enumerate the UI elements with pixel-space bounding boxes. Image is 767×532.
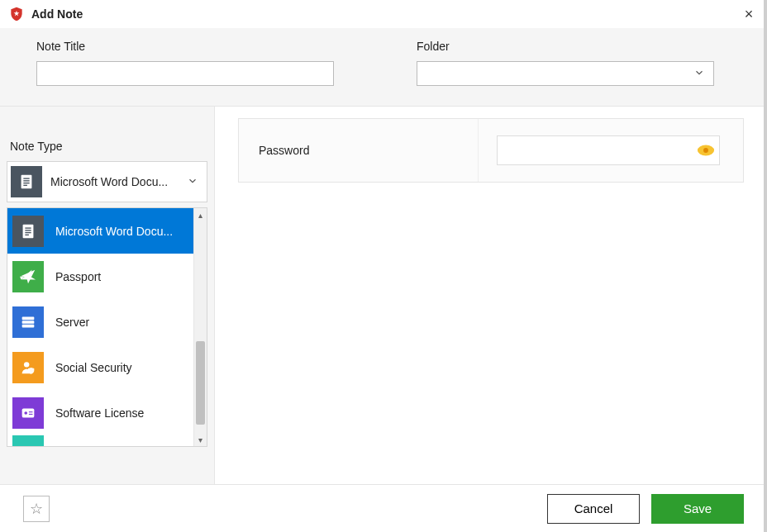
server-icon: [12, 306, 44, 338]
folder-field: Folder: [417, 40, 714, 86]
peek-icon: [12, 435, 44, 446]
document-icon: [12, 216, 44, 247]
chevron-down-icon: [179, 175, 207, 189]
note-title-input[interactable]: [36, 61, 334, 86]
svg-point-15: [24, 411, 27, 415]
note-title-field: Note Title: [36, 40, 334, 86]
password-label-cell: Password: [239, 119, 479, 182]
dropdown-scrollbar[interactable]: ▴ ▾: [193, 208, 207, 446]
svg-rect-14: [22, 408, 35, 417]
note-type-selected-label: Microsoft Word Docu...: [50, 175, 179, 188]
svg-point-13: [24, 362, 29, 367]
favorite-button[interactable]: ☆: [23, 496, 50, 522]
note-type-item-software-license[interactable]: Software License: [7, 390, 193, 435]
footer-actions: Cancel Save: [547, 494, 744, 524]
svg-rect-17: [29, 413, 33, 414]
list-item-label: Social Security: [55, 361, 132, 374]
svg-rect-9: [25, 234, 29, 235]
svg-rect-10: [22, 316, 35, 320]
password-row: Password: [238, 118, 744, 183]
save-button[interactable]: Save: [651, 494, 744, 524]
scroll-down-icon[interactable]: ▾: [194, 433, 207, 446]
list-item-label: Server: [55, 316, 89, 329]
note-type-item-word[interactable]: Microsoft Word Docu...: [7, 208, 193, 254]
app-shield-icon: [8, 6, 25, 22]
svg-point-19: [703, 148, 708, 153]
svg-rect-11: [22, 321, 35, 324]
password-input[interactable]: [498, 140, 693, 160]
scroll-thumb[interactable]: [196, 341, 205, 425]
svg-rect-8: [25, 231, 31, 232]
person-shield-icon: [12, 352, 44, 383]
list-item-label: Microsoft Word Docu...: [55, 225, 173, 238]
scroll-up-icon[interactable]: ▴: [194, 208, 207, 221]
eye-icon[interactable]: [693, 139, 719, 162]
star-icon: ☆: [30, 500, 43, 518]
svg-rect-6: [25, 227, 31, 228]
footer: ☆ Cancel Save: [0, 484, 767, 532]
svg-rect-7: [25, 230, 31, 230]
password-value-cell: [479, 119, 743, 182]
folder-label: Folder: [417, 40, 714, 53]
list-item-label: Passport: [55, 270, 101, 283]
note-type-item-peek[interactable]: [7, 435, 193, 446]
svg-rect-0: [21, 175, 32, 189]
top-form: Note Title Folder: [0, 28, 767, 107]
svg-rect-2: [23, 180, 29, 181]
main: Note Type Microsoft Word Docu...: [0, 107, 767, 485]
list-item-label: Software License: [55, 406, 144, 420]
titlebar: Add Note ×: [0, 0, 767, 28]
folder-select[interactable]: [417, 61, 714, 86]
document-icon: [11, 166, 42, 197]
note-title-label: Note Title: [36, 40, 334, 53]
sidebar: Note Type Microsoft Word Docu...: [0, 107, 215, 485]
svg-rect-3: [23, 183, 29, 183]
password-label: Password: [259, 144, 309, 157]
note-type-select[interactable]: Microsoft Word Docu...: [7, 161, 207, 202]
close-icon[interactable]: ×: [739, 7, 759, 21]
chevron-down-icon: [693, 67, 705, 81]
scroll-track[interactable]: [194, 221, 207, 433]
cancel-button[interactable]: Cancel: [547, 494, 640, 524]
window-scrollbar-edge: [764, 0, 767, 532]
note-type-item-passport[interactable]: Passport: [7, 254, 193, 299]
svg-rect-5: [23, 224, 34, 238]
license-icon: [12, 397, 44, 429]
note-type-dropdown: Microsoft Word Docu... Passport: [7, 207, 207, 447]
note-type-item-server[interactable]: Server: [7, 299, 193, 344]
note-type-list: Microsoft Word Docu... Passport: [7, 208, 193, 446]
password-input-wrap: [497, 135, 720, 165]
note-type-item-social-security[interactable]: Social Security: [7, 344, 193, 390]
note-type-label: Note Type: [0, 140, 214, 161]
content-panel: Password: [215, 107, 767, 485]
svg-rect-12: [22, 324, 35, 327]
svg-rect-16: [29, 411, 33, 412]
window-title: Add Note: [31, 7, 83, 21]
svg-rect-1: [23, 178, 29, 178]
airplane-icon: [12, 261, 44, 292]
svg-rect-4: [23, 185, 27, 186]
